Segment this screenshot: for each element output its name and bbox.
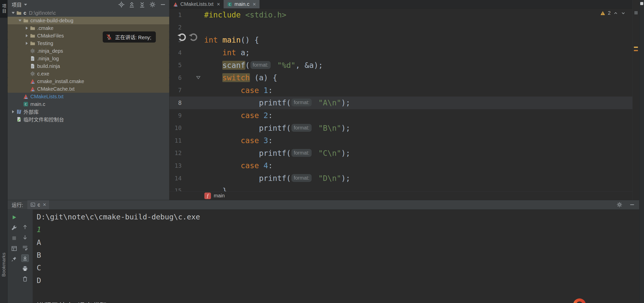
chevron-down-icon[interactable]: [10, 10, 16, 16]
minimize-icon[interactable]: [160, 1, 166, 8]
cmake-icon: [23, 94, 29, 99]
code-token: printf(: [204, 149, 291, 158]
breadcrumb-item[interactable]: main: [214, 193, 225, 199]
tree-item-item[interactable]: 外部库: [8, 108, 169, 116]
settings-icon[interactable]: [149, 1, 156, 8]
wrench-button[interactable]: [10, 224, 18, 232]
tree-item-c-exe[interactable]: c.exe: [8, 70, 169, 78]
collapse-all-icon[interactable]: [139, 1, 145, 8]
code-token: "%d": [277, 61, 295, 70]
code-text: case 2:: [204, 111, 273, 120]
code-token: [259, 111, 264, 120]
code-token: printf(: [204, 98, 291, 107]
chevron-right-icon[interactable]: [24, 40, 30, 46]
tree-item-label: .ninja_deps: [37, 48, 63, 54]
tree-item-item[interactable]: 临时文件和控制台: [8, 116, 169, 123]
chevron-down-icon[interactable]: [24, 4, 27, 6]
tree-item-cmake-build-debug[interactable]: cmake-build-debug: [8, 17, 169, 24]
tool-window-button-bookmarks[interactable]: Bookmarks: [0, 248, 8, 281]
console-line: A: [37, 236, 639, 249]
chevron-down-icon[interactable]: [621, 11, 626, 16]
chevron-spacer: [17, 93, 23, 100]
run-panel-header: 运行: c ×: [8, 200, 639, 210]
console-line: 进程已结束,退出代码 0: [37, 300, 639, 303]
code-line-1[interactable]: 1#include <stdio.h>: [169, 9, 632, 21]
tree-item-main-c[interactable]: Cmain.c: [8, 100, 169, 108]
warning-stripe-mark[interactable]: [634, 50, 638, 51]
settings-icon[interactable]: [616, 202, 622, 208]
code-line-13[interactable]: 13 case 4:: [169, 159, 632, 172]
stop-button[interactable]: [10, 234, 18, 242]
minimize-icon[interactable]: [629, 202, 635, 208]
scroll-end-button[interactable]: [21, 254, 29, 262]
chevron-right-icon[interactable]: [24, 25, 30, 31]
code-editor[interactable]: 1#include <stdio.h>23int main() {4 int a…: [169, 9, 632, 200]
close-icon[interactable]: ×: [217, 1, 220, 8]
line-number: 14: [169, 175, 182, 182]
chevron-right-icon[interactable]: [24, 33, 30, 39]
trash-button[interactable]: [21, 275, 29, 283]
run-tab-c[interactable]: c ×: [27, 200, 49, 209]
code-line-14[interactable]: 14 printf(format: "D\n");: [169, 172, 632, 185]
tree-item-cmake[interactable]: .cmake: [8, 24, 169, 32]
print-button[interactable]: [21, 265, 29, 272]
up-arrow-button[interactable]: [21, 223, 29, 231]
down-arrow-button[interactable]: [21, 234, 29, 241]
scratch-icon: [16, 117, 22, 122]
code-line-10[interactable]: 10 printf(format: "B\n");: [169, 122, 632, 134]
chevron-up-icon[interactable]: [613, 11, 618, 16]
code-line-6[interactable]: 6 switch (a) {: [169, 71, 632, 84]
code-line-3[interactable]: 3int main() {: [169, 34, 632, 46]
tree-item-cmake-install-cmake[interactable]: cmake_install.cmake: [8, 78, 169, 85]
softwrap-button[interactable]: [21, 244, 29, 252]
tree-item-label: CMakeFiles: [37, 33, 64, 39]
pin-button[interactable]: [10, 255, 18, 263]
chevron-down-icon[interactable]: [17, 17, 23, 24]
code-text: printf(format: "C\n");: [204, 149, 350, 158]
chevron-right-icon[interactable]: [10, 109, 16, 115]
code-line-12[interactable]: 12 printf(format: "C\n");: [169, 147, 632, 160]
scroll-end-icon: [22, 255, 28, 261]
tree-item-c[interactable]: cD:\git\note\c: [8, 9, 169, 17]
close-icon[interactable]: ×: [253, 1, 256, 8]
inspections-widget[interactable]: 2: [600, 10, 626, 16]
editor-tab-cmakelists-txt[interactable]: CMakeLists.txt×: [169, 0, 224, 8]
tree-item-build-ninja[interactable]: build.ninja: [8, 62, 169, 70]
tree-item-ninja-log[interactable]: .ninja_log: [8, 55, 169, 62]
run-console-output[interactable]: D:\git\note\c\cmake-build-debug\c.exe1AB…: [33, 210, 639, 303]
code-line-2[interactable]: 2: [169, 21, 632, 34]
tree-item-label: CMakeCache.txt: [37, 86, 75, 92]
tree-item-ninja-deps[interactable]: .ninja_deps: [8, 47, 169, 55]
tab-label: main.c: [234, 1, 249, 7]
project-tree: cD:\git\note\ccmake-build-debug.cmakeCMa…: [8, 9, 169, 123]
code-token: :: [268, 161, 273, 170]
code-line-9[interactable]: 9 case 2:: [169, 109, 632, 122]
expand-all-icon[interactable]: [128, 1, 135, 8]
code-token: [204, 136, 241, 145]
layout-button[interactable]: [10, 245, 18, 252]
locate-icon[interactable]: [118, 1, 125, 8]
code-line-8[interactable]: 8 printf(format: "A\n");: [169, 97, 632, 109]
tree-item-cmakelists-txt[interactable]: CMakeLists.txt: [8, 93, 169, 100]
tree-item-cmakecache-txt[interactable]: CMakeCache.txt: [8, 85, 169, 93]
code-line-11[interactable]: 11 case 3:: [169, 134, 632, 147]
code-line-5[interactable]: 5 scanf(format: "%d", &a);: [169, 59, 632, 71]
editor-tab-main-c[interactable]: Cmain.c×: [224, 0, 260, 8]
fold-arrow-icon[interactable]: [196, 75, 201, 81]
close-icon[interactable]: ×: [43, 201, 46, 208]
tree-item-label: 临时文件和控制台: [24, 116, 64, 123]
warning-stripe-mark[interactable]: [634, 47, 638, 48]
tree-item-label: .ninja_log: [37, 56, 59, 62]
line-number: 11: [169, 137, 182, 144]
error-stripe[interactable]: [632, 0, 639, 200]
line-number: 9: [169, 112, 182, 119]
code-line-7[interactable]: 7 case 1:: [169, 84, 632, 97]
breadcrumbs-bar: f main: [169, 191, 632, 200]
play-button[interactable]: [10, 214, 18, 221]
line-number: 13: [169, 162, 182, 169]
notifications-icon[interactable]: [640, 2, 643, 5]
tool-window-button-project[interactable]: 项目: [0, 0, 8, 18]
cmake-icon: [173, 2, 178, 7]
code-line-4[interactable]: 4 int a;: [169, 46, 632, 59]
code-token: #include: [204, 10, 245, 19]
